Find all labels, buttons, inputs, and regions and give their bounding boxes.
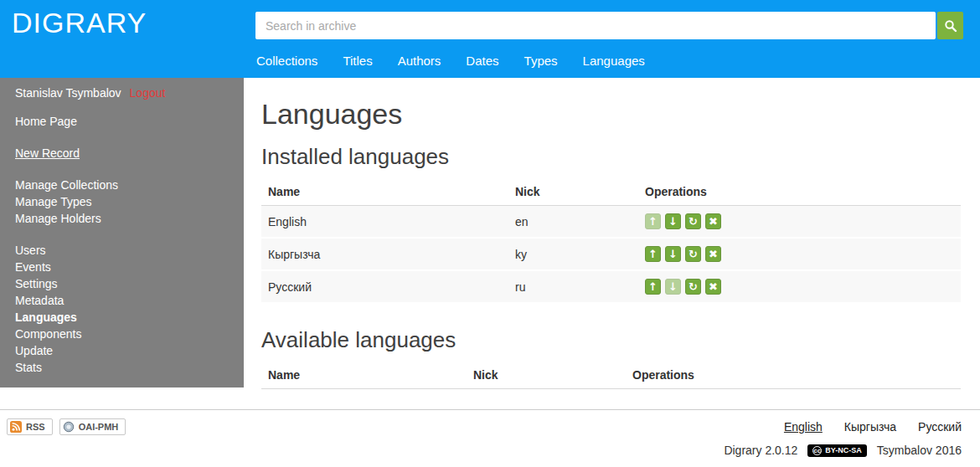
nav-item-languages[interactable]: Languages bbox=[583, 54, 645, 68]
delete-icon[interactable]: ✖ bbox=[705, 213, 721, 229]
sidebar-item-components[interactable]: Components bbox=[15, 326, 229, 342]
nav-item-types[interactable]: Types bbox=[524, 54, 558, 68]
sidebar-item-manage-holders[interactable]: Manage Holders bbox=[15, 210, 229, 227]
move-down-icon[interactable]: ↓ bbox=[665, 279, 681, 295]
search-input[interactable] bbox=[255, 12, 936, 39]
language-nick: ky bbox=[508, 238, 638, 270]
app-version: Digrary 2.0.12 bbox=[724, 444, 797, 457]
top-header: DIGRARY CollectionsTitlesAuthorsDatesTyp… bbox=[0, 0, 980, 78]
sidebar-item-update[interactable]: Update bbox=[15, 342, 229, 359]
language-operations: ↑↓↻✖ bbox=[638, 270, 961, 303]
sidebar-group: UsersEventsSettingsMetadataLanguagesComp… bbox=[15, 242, 229, 376]
column-header-nick: Nick bbox=[467, 362, 626, 389]
sidebar-item-manage-types[interactable]: Manage Types bbox=[15, 193, 229, 210]
move-down-icon[interactable]: ↓ bbox=[665, 246, 681, 262]
move-up-icon[interactable]: ↑ bbox=[645, 246, 661, 262]
logout-link[interactable]: Logout bbox=[130, 86, 166, 100]
column-header-nick: Nick bbox=[508, 178, 638, 206]
language-name: English bbox=[261, 206, 508, 239]
rss-badge-label: RSS bbox=[26, 422, 45, 432]
search-button[interactable] bbox=[937, 12, 963, 39]
nav-item-dates[interactable]: Dates bbox=[466, 54, 498, 68]
nav-item-collections[interactable]: Collections bbox=[256, 54, 317, 68]
available-languages-heading: Available languages bbox=[261, 327, 961, 353]
column-header-name: Name bbox=[261, 178, 508, 206]
feed-badges: RSS OAI-PMH bbox=[7, 418, 126, 435]
language-nick: en bbox=[508, 206, 638, 239]
sidebar-group: Manage CollectionsManage TypesManage Hol… bbox=[15, 177, 229, 227]
language-name: Русский bbox=[261, 270, 508, 303]
move-up-icon[interactable]: ↑ bbox=[645, 213, 661, 229]
oai-pmh-badge[interactable]: OAI-PMH bbox=[59, 418, 126, 435]
sidebar-menu: Home PageNew RecordManage CollectionsMan… bbox=[15, 113, 229, 376]
language-nick: ru bbox=[508, 270, 638, 303]
main-content: Languages Installed languages NameNickOp… bbox=[244, 78, 980, 389]
main-nav: CollectionsTitlesAuthorsDatesTypesLangua… bbox=[256, 54, 645, 68]
oai-pmh-icon bbox=[63, 421, 75, 433]
sidebar-item-manage-collections[interactable]: Manage Collections bbox=[15, 177, 229, 193]
column-header-operations: Operations bbox=[638, 178, 961, 206]
search-bar bbox=[255, 12, 963, 39]
sidebar-item-settings[interactable]: Settings bbox=[15, 275, 229, 292]
app-logo[interactable]: DIGRARY bbox=[12, 7, 147, 39]
copyright-text: Tsymbalov 2016 bbox=[877, 444, 962, 457]
sidebar-item-events[interactable]: Events bbox=[15, 259, 229, 275]
sidebar-group: Home Page bbox=[15, 113, 229, 130]
sidebar-item-languages[interactable]: Languages bbox=[15, 309, 229, 326]
language-row: Кыргызчаky↑↓↻✖ bbox=[261, 238, 961, 270]
nav-item-titles[interactable]: Titles bbox=[343, 54, 372, 68]
page-title: Languages bbox=[261, 98, 961, 131]
footer-language-link[interactable]: Кыргызча bbox=[844, 420, 896, 434]
language-operations: ↑↓↻✖ bbox=[638, 238, 961, 270]
footer-language-link[interactable]: English bbox=[784, 420, 823, 434]
user-row: Stanislav TsymbalovLogout bbox=[15, 86, 229, 100]
language-operations: ↑↓↻✖ bbox=[638, 206, 961, 239]
delete-icon[interactable]: ✖ bbox=[705, 279, 721, 295]
cc-license-label: BY-NC-SA bbox=[825, 446, 862, 454]
column-header-operations: Operations bbox=[626, 362, 961, 389]
page-footer: RSS OAI-PMH EnglishКыргызчаРусский Digra… bbox=[0, 409, 980, 457]
cc-icon: cc bbox=[812, 446, 822, 455]
sidebar-item-stats[interactable]: Stats bbox=[15, 359, 229, 376]
reload-icon[interactable]: ↻ bbox=[685, 279, 701, 295]
language-row: Englishen↑↓↻✖ bbox=[261, 206, 961, 239]
footer-language-switcher: EnglishКыргызчаРусский bbox=[784, 420, 962, 434]
installed-languages-table: NameNickOperations Englishen↑↓↻✖Кыргызча… bbox=[261, 178, 961, 304]
language-row: Русскийru↑↓↻✖ bbox=[261, 270, 961, 303]
sidebar-group: New Record bbox=[15, 145, 229, 162]
sidebar-item-metadata[interactable]: Metadata bbox=[15, 292, 229, 309]
cc-license-badge[interactable]: cc BY-NC-SA bbox=[807, 444, 867, 457]
sidebar-item-users[interactable]: Users bbox=[15, 242, 229, 259]
language-name: Кыргызча bbox=[261, 238, 508, 270]
reload-icon[interactable]: ↻ bbox=[685, 213, 701, 229]
oai-pmh-badge-label: OAI-PMH bbox=[79, 422, 119, 432]
rss-badge[interactable]: RSS bbox=[7, 418, 53, 435]
sidebar-item-home-page[interactable]: Home Page bbox=[15, 113, 229, 130]
nav-item-authors[interactable]: Authors bbox=[398, 54, 441, 68]
reload-icon[interactable]: ↻ bbox=[685, 246, 701, 262]
available-languages-table: NameNickOperations bbox=[261, 362, 961, 389]
search-icon bbox=[944, 19, 957, 33]
column-header-name: Name bbox=[261, 362, 467, 389]
rss-icon bbox=[10, 421, 22, 433]
installed-languages-heading: Installed languages bbox=[261, 144, 961, 170]
move-down-icon[interactable]: ↓ bbox=[665, 213, 681, 229]
sidebar: Stanislav TsymbalovLogout Home PageNew R… bbox=[0, 78, 244, 387]
footer-language-link[interactable]: Русский bbox=[918, 420, 962, 434]
delete-icon[interactable]: ✖ bbox=[705, 246, 721, 262]
move-up-icon[interactable]: ↑ bbox=[645, 279, 661, 295]
sidebar-item-new-record[interactable]: New Record bbox=[15, 145, 229, 162]
user-name: Stanislav Tsymbalov bbox=[15, 86, 121, 100]
